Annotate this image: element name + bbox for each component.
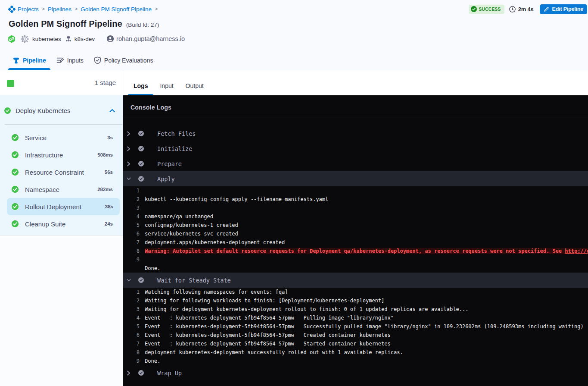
stage-thumbnail[interactable] (7, 80, 14, 87)
chevron-right-icon (127, 131, 131, 136)
section-success-icon (138, 161, 144, 166)
log-line: 8Warning: Autopilot set default resource… (123, 247, 588, 255)
tab-policy-evaluations[interactable]: Policy Evaluations (90, 51, 158, 70)
breadcrumb-separator: > (42, 6, 45, 12)
tab-pipeline[interactable]: Pipeline (8, 51, 50, 70)
step-duration: 56s (105, 169, 113, 175)
breadcrumb-link-pipeline-name[interactable]: Golden PM Signoff Pipeline (81, 6, 152, 13)
log-line-number: 5 (123, 222, 140, 228)
step-success-icon (11, 185, 19, 193)
step-success-icon (11, 168, 19, 176)
log-tab-logs[interactable]: Logs (128, 76, 153, 95)
console-title: Console Logs (131, 104, 171, 111)
log-tab-label: Logs (134, 82, 148, 89)
trigger-user-email[interactable]: rohan.gupta@harness.io (116, 35, 185, 42)
step-cleanup-suite[interactable]: Cleanup Suite 24s (0, 215, 120, 232)
step-label: Cleanup Suite (25, 220, 105, 228)
log-line: 6service/kubernetes-svc created (123, 229, 588, 238)
log-line-number: 4 (123, 315, 140, 321)
stage-header[interactable]: Deploy Kubernetes (0, 101, 123, 120)
stage-success-icon (4, 107, 11, 114)
log-line: 4namespace/qa unchanged (123, 212, 588, 221)
log-warning-link[interactable]: http://g (565, 248, 588, 254)
step-duration: 508ms (97, 152, 113, 157)
execution-sidebar: Deploy Kubernetes Service 3s Inf (0, 95, 123, 386)
section-title: Wait for Steady State (157, 277, 231, 284)
page-header: Projects > Pipelines > Golden PM Signoff… (0, 0, 588, 70)
log-text: Event : kubernetes-deployment-5fb94f8564… (145, 332, 588, 338)
breadcrumb-link-pipelines[interactable]: Pipelines (48, 6, 72, 13)
breadcrumb-link-projects[interactable]: Projects (18, 6, 39, 13)
stage-panel: Deploy Kubernetes Service 3s Inf (0, 95, 123, 235)
duration: 2m 4s (509, 6, 534, 13)
chevron-down-icon (127, 278, 131, 282)
log-line-number: 8 (123, 349, 140, 355)
service-gear-icon (21, 35, 29, 43)
log-text: Watching following namespaces for events… (145, 289, 588, 295)
edit-pipeline-button[interactable]: Edit Pipeline (540, 4, 587, 14)
log-tab-output[interactable]: Output (180, 76, 209, 95)
log-line: 5configmap/kubernetes-1 created (123, 221, 588, 229)
log-text: Done. (145, 358, 588, 364)
pipeline-meta: kubernetes k8s-dev rohan.gupta@harness.i… (8, 34, 185, 44)
collapse-chevron-up-icon[interactable] (109, 109, 115, 113)
log-text: kubectl --kubeconfig=config apply --file… (145, 196, 588, 202)
environment-name[interactable]: k8s-dev (75, 36, 95, 42)
step-service[interactable]: Service 3s (0, 129, 120, 146)
log-line-number: 6 (123, 332, 140, 338)
inputs-icon (56, 57, 64, 64)
success-check-icon (471, 6, 477, 12)
user-avatar-icon (106, 35, 114, 43)
step-duration: 24s (105, 221, 113, 226)
log-section-apply[interactable]: Apply (123, 171, 588, 186)
log-line-number: 1 (123, 289, 140, 295)
tab-label: Policy Evaluations (104, 57, 153, 64)
step-rollout-deployment[interactable]: Rollout Deployment 38s (7, 198, 120, 215)
log-text: Event : kubernetes-deployment-5fb94f8564… (145, 323, 588, 330)
meta-divider (104, 33, 104, 44)
section-title: Initialize (157, 145, 192, 152)
log-line: 8deployment kubernetes-deployment succes… (123, 348, 588, 357)
section-success-icon (138, 370, 144, 376)
log-section-initialize[interactable]: Initialize (123, 141, 588, 156)
log-line-number: 2 (123, 298, 140, 304)
step-infrastructure[interactable]: Infrastructure 508ms (0, 146, 120, 163)
log-text: Done. (145, 265, 588, 271)
page-title: Golden PM Signoff Pipeline (9, 19, 122, 29)
log-line: 6Event : kubernetes-deployment-5fb94f856… (123, 331, 588, 339)
log-tab-input[interactable]: Input (154, 76, 179, 95)
log-text: Event : kubernetes-deployment-5fb94f8564… (145, 315, 588, 321)
clock-icon (509, 6, 516, 13)
log-line: 4Event : kubernetes-deployment-5fb94f856… (123, 314, 588, 322)
step-label: Infrastructure (25, 151, 97, 159)
log-warning-text: Warning: Autopilot set default resource … (145, 248, 588, 254)
log-line: 5Event : kubernetes-deployment-5fb94f856… (123, 322, 588, 331)
duration-text: 2m 4s (518, 6, 534, 13)
tab-inputs[interactable]: Inputs (52, 51, 88, 70)
section-success-icon (138, 176, 144, 182)
log-section-prepare[interactable]: Prepare (123, 156, 588, 171)
console-header: Console Logs (123, 95, 588, 117)
log-tabs: LogsInputOutput (123, 70, 588, 95)
step-label: Service (25, 134, 107, 141)
step-label: Namespace (25, 186, 97, 193)
step-label: Resource Constraint (25, 169, 105, 176)
tab-label: Pipeline (23, 57, 46, 64)
log-line: 3 (123, 204, 588, 212)
log-line: 2Waiting for following workloads to fini… (123, 296, 588, 305)
log-line-number: 3 (123, 306, 140, 312)
step-resource-constraint[interactable]: Resource Constraint 56s (0, 163, 120, 181)
log-text: configmap/kubernetes-1 created (145, 222, 588, 228)
step-success-icon (11, 134, 19, 141)
log-section-wrap-up[interactable]: Wrap Up (123, 365, 588, 380)
view-tabs: PipelineInputsPolicy Evaluations (8, 51, 159, 70)
log-line: 9 (123, 255, 588, 264)
step-namespace[interactable]: Namespace 282ms (0, 181, 120, 198)
build-id: (Build Id: 27) (126, 22, 159, 28)
log-section-wait-for-steady-state[interactable]: Wait for Steady State (123, 273, 588, 288)
stage-strip: 1 stage LogsInputOutput (0, 70, 588, 95)
service-name[interactable]: kubernetes (32, 36, 61, 42)
section-title: Fetch Files (157, 130, 196, 137)
log-line: 1 (123, 186, 588, 195)
log-section-fetch-files[interactable]: Fetch Files (123, 126, 588, 141)
